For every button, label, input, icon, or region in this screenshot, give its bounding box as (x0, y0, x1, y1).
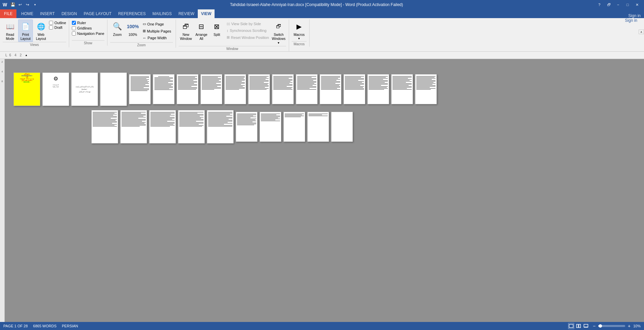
page-15-thumb[interactable] (367, 74, 389, 104)
maximize-button[interactable]: □ (623, 2, 632, 8)
page-8-content (201, 74, 222, 91)
collapse-ribbon-button[interactable]: ∧ (639, 30, 644, 34)
tab-references[interactable]: REFERENCES (115, 9, 149, 18)
page-18-thumb[interactable] (91, 110, 118, 144)
draft-checkbox[interactable]: Draft (49, 25, 66, 30)
page-11-thumb[interactable] (272, 74, 294, 104)
quick-redo-icon[interactable]: ↪ (25, 2, 31, 8)
tab-pagelayout[interactable]: PAGE LAYOUT (80, 9, 115, 18)
split-button[interactable]: ⊠ Split (210, 19, 224, 39)
navigation-pane-label: Navigation Pane (77, 32, 104, 36)
zoom-level[interactable]: 10% (633, 324, 641, 328)
macros-label: Macros ▾ (293, 33, 306, 40)
tab-mailings[interactable]: MAILINGS (149, 9, 175, 18)
reset-window-position-button[interactable]: ⊞ Reset Window Position (225, 34, 271, 41)
page-20-thumb[interactable] (149, 110, 176, 144)
multiple-pages-button[interactable]: ⊞ Multiple Pages (141, 28, 173, 34)
page-14-thumb[interactable] (343, 74, 365, 104)
pages-scroll-area[interactable]: تحقیق آنلاین www.tahghighonline.ir فایل … (7, 59, 644, 322)
draft-check[interactable] (49, 25, 53, 30)
page-12-thumb[interactable] (296, 74, 318, 104)
gridlines-checkbox[interactable]: Gridlines (72, 26, 104, 30)
arrange-all-button[interactable]: ⊟ ArrangeAll (194, 19, 209, 42)
page-9-thumb[interactable] (224, 74, 246, 104)
print-layout-button[interactable]: 📄 PrintLayout (18, 19, 33, 42)
line (131, 79, 149, 80)
page-1-thumb[interactable]: تحقیق آنلاین www.tahghighonline.ir فایل … (13, 72, 40, 106)
page-17-thumb[interactable] (415, 74, 437, 104)
page-width-button[interactable]: ↔ Page Width (141, 35, 173, 41)
new-window-button[interactable]: 🗗 NewWindow (179, 19, 193, 42)
page-19-thumb[interactable] (120, 110, 147, 144)
view-side-by-side-button[interactable]: ▯▯ View Side by Side (225, 21, 271, 27)
synchronous-scrolling-label: Synchronous Scrolling (230, 29, 266, 33)
page-7-content (177, 74, 198, 91)
zoom-plus-button[interactable]: + (627, 323, 632, 329)
reading-view-icon[interactable] (576, 323, 582, 329)
zoom-items: 🔍 Zoom 100% 100% ▭ One Page ⊞ Multiple P… (110, 19, 173, 42)
page-23-thumb[interactable] (236, 112, 258, 142)
page-21-thumb[interactable] (178, 110, 205, 144)
zoom-100-button[interactable]: 100% 100% (126, 19, 140, 39)
page-25-thumb[interactable] (283, 112, 305, 142)
restore-down-button[interactable]: 🗗 (604, 2, 613, 8)
page-6-thumb[interactable] (153, 74, 175, 104)
ruler-check[interactable] (72, 21, 76, 25)
page-3-content: پایان نامه کارشناسی ارشدموضوع:تهدیدات اس… (72, 73, 98, 106)
page-16-thumb[interactable] (391, 74, 413, 104)
svg-rect-0 (569, 324, 573, 328)
zoom-slider-thumb[interactable] (599, 324, 602, 328)
tab-insert[interactable]: INSERT (37, 9, 58, 18)
ruler-mark-4: 4 (14, 53, 16, 57)
page-4-thumb[interactable] (100, 72, 127, 106)
zoom-100-icon: 100% (128, 21, 138, 32)
navigation-pane-checkbox[interactable]: Navigation Pane (72, 32, 104, 36)
navigation-pane-check[interactable] (72, 32, 76, 36)
tab-design[interactable]: DESIGN (58, 9, 80, 18)
page-22-thumb[interactable] (207, 110, 234, 144)
ruler-checkbox[interactable]: Ruler (72, 21, 104, 25)
line (131, 90, 149, 90)
page-width-icon: ↔ (143, 36, 146, 40)
zoom-slider-track[interactable] (598, 325, 625, 327)
ruler-up-arrow[interactable]: ▲ (25, 54, 28, 57)
web-view-icon[interactable] (583, 323, 589, 329)
quick-save-icon[interactable]: 💾 (10, 2, 16, 8)
outline-check[interactable] (49, 21, 53, 25)
outline-checkbox[interactable]: Outline (49, 21, 66, 25)
quick-customize-icon[interactable]: ▾ (32, 2, 38, 8)
one-page-button[interactable]: ▭ One Page (141, 21, 173, 27)
gridlines-check[interactable] (72, 26, 76, 30)
line (154, 84, 173, 84)
quick-undo-icon[interactable]: ↩ (17, 2, 23, 8)
tab-file[interactable]: FILE (0, 9, 16, 18)
page-5-thumb[interactable] (129, 74, 151, 104)
page-10-content (248, 74, 270, 91)
tab-review[interactable]: REVIEW (175, 9, 197, 18)
page-26-thumb[interactable] (307, 112, 329, 142)
tab-view[interactable]: VIEW (198, 9, 215, 18)
macros-button[interactable]: ▶ Macros ▾ (292, 19, 307, 41)
help-button[interactable]: ? (595, 2, 604, 8)
tab-home[interactable]: HOME (18, 9, 37, 18)
page-2-thumb[interactable]: ⚙ نام نویسندهاستاد راهنما (42, 72, 69, 106)
minimize-button[interactable]: − (614, 2, 623, 8)
signin-button[interactable]: Sign in (625, 18, 637, 23)
page-27-thumb[interactable] (331, 112, 353, 142)
switch-windows-button[interactable]: 🗗 SwitchWindows ▾ (271, 19, 286, 46)
synchronous-scrolling-button[interactable]: ↕ Synchronous Scrolling (225, 28, 271, 34)
page-10-thumb[interactable] (248, 74, 270, 104)
page-8-thumb[interactable] (200, 74, 222, 104)
read-mode-button[interactable]: 📖 ReadMode (3, 19, 17, 42)
close-button[interactable]: ✕ (633, 2, 641, 8)
ruler-mark-2: 2 (20, 53, 22, 57)
zoom-minus-button[interactable]: − (592, 323, 597, 329)
signin-link[interactable]: Sign in (628, 13, 641, 18)
page-13-thumb[interactable] (320, 74, 341, 104)
page-3-thumb[interactable]: پایان نامه کارشناسی ارشدموضوع:تهدیدات اس… (71, 72, 98, 106)
zoom-button[interactable]: 🔍 Zoom (110, 19, 125, 39)
page-7-thumb[interactable] (177, 74, 198, 104)
web-layout-button[interactable]: 🌐 WebLayout (34, 19, 48, 42)
page-24-thumb[interactable] (260, 112, 281, 142)
normal-view-icon[interactable] (568, 323, 574, 329)
